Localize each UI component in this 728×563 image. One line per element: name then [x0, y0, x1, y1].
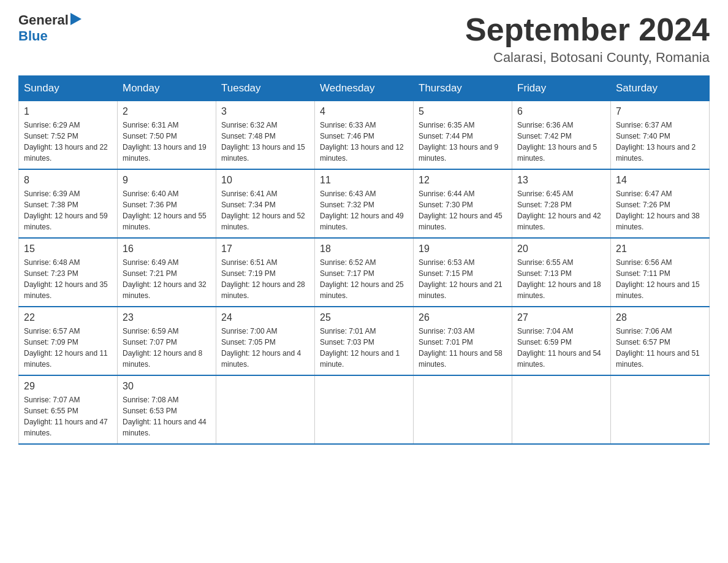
day-number: 6: [517, 106, 605, 117]
table-row: 2 Sunrise: 6:31 AM Sunset: 7:50 PM Dayli…: [118, 101, 216, 170]
day-info: Sunrise: 6:47 AM Sunset: 7:26 PM Dayligh…: [616, 188, 704, 232]
location-subtitle: Calarasi, Botosani County, Romania: [465, 50, 710, 66]
table-row: 3 Sunrise: 6:32 AM Sunset: 7:48 PM Dayli…: [216, 101, 315, 170]
title-section: September 2024 Calarasi, Botosani County…: [465, 12, 710, 66]
day-info: Sunrise: 7:04 AM Sunset: 6:59 PM Dayligh…: [517, 326, 605, 370]
header-wednesday: Wednesday: [315, 76, 414, 101]
day-info: Sunrise: 6:45 AM Sunset: 7:28 PM Dayligh…: [517, 188, 605, 232]
day-number: 5: [419, 106, 507, 117]
table-row: 17 Sunrise: 6:51 AM Sunset: 7:19 PM Dayl…: [216, 238, 315, 307]
logo-arrow-icon: [70, 13, 82, 28]
day-number: 19: [419, 243, 507, 255]
calendar-week-row: 15 Sunrise: 6:48 AM Sunset: 7:23 PM Dayl…: [19, 238, 710, 307]
day-info: Sunrise: 6:52 AM Sunset: 7:17 PM Dayligh…: [320, 257, 408, 301]
table-row: 9 Sunrise: 6:40 AM Sunset: 7:36 PM Dayli…: [118, 169, 216, 238]
header-monday: Monday: [118, 76, 216, 101]
day-number: 11: [320, 175, 408, 186]
day-number: 1: [24, 106, 112, 117]
day-info: Sunrise: 6:39 AM Sunset: 7:38 PM Dayligh…: [24, 188, 112, 232]
table-row: [315, 375, 414, 444]
table-row: 14 Sunrise: 6:47 AM Sunset: 7:26 PM Dayl…: [611, 169, 710, 238]
day-number: 2: [123, 106, 211, 117]
day-info: Sunrise: 6:32 AM Sunset: 7:48 PM Dayligh…: [221, 120, 309, 164]
day-info: Sunrise: 6:51 AM Sunset: 7:19 PM Dayligh…: [221, 257, 309, 301]
calendar-week-row: 22 Sunrise: 6:57 AM Sunset: 7:09 PM Dayl…: [19, 307, 710, 375]
logo: General Blue: [18, 12, 82, 44]
table-row: 4 Sunrise: 6:33 AM Sunset: 7:46 PM Dayli…: [315, 101, 414, 170]
table-row: 24 Sunrise: 7:00 AM Sunset: 7:05 PM Dayl…: [216, 307, 315, 375]
table-row: 6 Sunrise: 6:36 AM Sunset: 7:42 PM Dayli…: [512, 101, 611, 170]
day-info: Sunrise: 6:33 AM Sunset: 7:46 PM Dayligh…: [320, 120, 408, 164]
table-row: 13 Sunrise: 6:45 AM Sunset: 7:28 PM Dayl…: [512, 169, 611, 238]
table-row: 29 Sunrise: 7:07 AM Sunset: 6:55 PM Dayl…: [19, 375, 118, 444]
table-row: 21 Sunrise: 6:56 AM Sunset: 7:11 PM Dayl…: [611, 238, 710, 307]
header-thursday: Thursday: [414, 76, 512, 101]
day-number: 22: [24, 312, 112, 323]
day-info: Sunrise: 6:41 AM Sunset: 7:34 PM Dayligh…: [221, 188, 309, 232]
day-number: 23: [123, 312, 211, 323]
day-number: 18: [320, 243, 408, 255]
day-number: 12: [419, 175, 507, 186]
table-row: 27 Sunrise: 7:04 AM Sunset: 6:59 PM Dayl…: [512, 307, 611, 375]
day-info: Sunrise: 6:59 AM Sunset: 7:07 PM Dayligh…: [123, 326, 211, 370]
table-row: 12 Sunrise: 6:44 AM Sunset: 7:30 PM Dayl…: [414, 169, 512, 238]
day-number: 30: [123, 381, 211, 392]
day-number: 9: [123, 175, 211, 186]
day-info: Sunrise: 6:40 AM Sunset: 7:36 PM Dayligh…: [123, 188, 211, 232]
table-row: 26 Sunrise: 7:03 AM Sunset: 7:01 PM Dayl…: [414, 307, 512, 375]
day-number: 20: [517, 243, 605, 255]
day-info: Sunrise: 6:35 AM Sunset: 7:44 PM Dayligh…: [419, 120, 507, 164]
table-row: [414, 375, 512, 444]
table-row: 16 Sunrise: 6:49 AM Sunset: 7:21 PM Dayl…: [118, 238, 216, 307]
table-row: 10 Sunrise: 6:41 AM Sunset: 7:34 PM Dayl…: [216, 169, 315, 238]
day-number: 4: [320, 106, 408, 117]
table-row: 19 Sunrise: 6:53 AM Sunset: 7:15 PM Dayl…: [414, 238, 512, 307]
day-number: 15: [24, 243, 112, 255]
table-row: 20 Sunrise: 6:55 AM Sunset: 7:13 PM Dayl…: [512, 238, 611, 307]
day-info: Sunrise: 6:56 AM Sunset: 7:11 PM Dayligh…: [616, 257, 704, 301]
header-sunday: Sunday: [19, 76, 118, 101]
table-row: 1 Sunrise: 6:29 AM Sunset: 7:52 PM Dayli…: [19, 101, 118, 170]
day-number: 21: [616, 243, 704, 255]
table-row: 30 Sunrise: 7:08 AM Sunset: 6:53 PM Dayl…: [118, 375, 216, 444]
table-row: [611, 375, 710, 444]
header-tuesday: Tuesday: [216, 76, 315, 101]
table-row: 22 Sunrise: 6:57 AM Sunset: 7:09 PM Dayl…: [19, 307, 118, 375]
table-row: 7 Sunrise: 6:37 AM Sunset: 7:40 PM Dayli…: [611, 101, 710, 170]
table-row: 15 Sunrise: 6:48 AM Sunset: 7:23 PM Dayl…: [19, 238, 118, 307]
day-info: Sunrise: 6:55 AM Sunset: 7:13 PM Dayligh…: [517, 257, 605, 301]
day-number: 25: [320, 312, 408, 323]
day-number: 27: [517, 312, 605, 323]
table-row: 8 Sunrise: 6:39 AM Sunset: 7:38 PM Dayli…: [19, 169, 118, 238]
day-number: 14: [616, 175, 704, 186]
day-number: 28: [616, 312, 704, 323]
day-info: Sunrise: 6:29 AM Sunset: 7:52 PM Dayligh…: [24, 120, 112, 164]
calendar-table: Sunday Monday Tuesday Wednesday Thursday…: [18, 75, 710, 445]
page-header: General Blue September 2024 Calarasi, Bo…: [18, 12, 710, 66]
calendar-week-row: 1 Sunrise: 6:29 AM Sunset: 7:52 PM Dayli…: [19, 101, 710, 170]
day-number: 13: [517, 175, 605, 186]
day-info: Sunrise: 7:08 AM Sunset: 6:53 PM Dayligh…: [123, 394, 211, 439]
day-number: 24: [221, 312, 309, 323]
day-info: Sunrise: 7:07 AM Sunset: 6:55 PM Dayligh…: [24, 394, 112, 439]
table-row: [512, 375, 611, 444]
day-info: Sunrise: 6:48 AM Sunset: 7:23 PM Dayligh…: [24, 257, 112, 301]
day-info: Sunrise: 6:57 AM Sunset: 7:09 PM Dayligh…: [24, 326, 112, 370]
day-number: 26: [419, 312, 507, 323]
day-number: 3: [221, 106, 309, 117]
day-info: Sunrise: 7:06 AM Sunset: 6:57 PM Dayligh…: [616, 326, 704, 370]
day-info: Sunrise: 7:03 AM Sunset: 7:01 PM Dayligh…: [419, 326, 507, 370]
day-info: Sunrise: 7:00 AM Sunset: 7:05 PM Dayligh…: [221, 326, 309, 370]
table-row: [216, 375, 315, 444]
table-row: 23 Sunrise: 6:59 AM Sunset: 7:07 PM Dayl…: [118, 307, 216, 375]
day-number: 16: [123, 243, 211, 255]
header-saturday: Saturday: [611, 76, 710, 101]
logo-blue-text: Blue: [18, 28, 48, 44]
table-row: 25 Sunrise: 7:01 AM Sunset: 7:03 PM Dayl…: [315, 307, 414, 375]
calendar-header-row: Sunday Monday Tuesday Wednesday Thursday…: [19, 76, 710, 101]
day-number: 7: [616, 106, 704, 117]
table-row: 28 Sunrise: 7:06 AM Sunset: 6:57 PM Dayl…: [611, 307, 710, 375]
day-number: 10: [221, 175, 309, 186]
table-row: 5 Sunrise: 6:35 AM Sunset: 7:44 PM Dayli…: [414, 101, 512, 170]
day-info: Sunrise: 6:36 AM Sunset: 7:42 PM Dayligh…: [517, 120, 605, 164]
